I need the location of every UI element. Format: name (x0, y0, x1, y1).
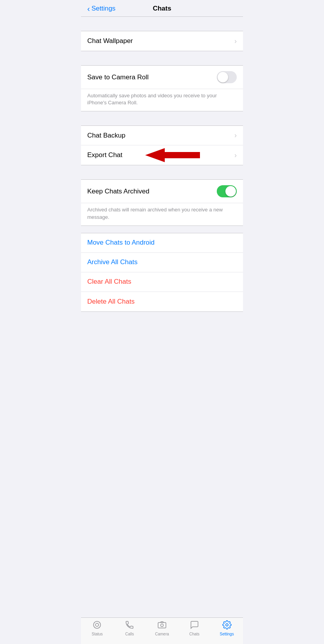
spacer-3 (81, 111, 243, 125)
red-arrow-icon (145, 147, 200, 163)
spacer-1 (81, 17, 243, 31)
camera-roll-description: Automatically save photos and videos you… (81, 89, 243, 111)
clear-all-chats-row[interactable]: Clear All Chats (81, 272, 243, 292)
keep-archived-toggle[interactable] (217, 185, 237, 197)
export-chat-label: Export Chat (87, 151, 122, 159)
keep-archived-row: Keep Chats Archived (81, 180, 243, 203)
delete-all-chats-row[interactable]: Delete All Chats (81, 292, 243, 311)
chat-wallpaper-row[interactable]: Chat Wallpaper › (81, 31, 243, 51)
spacer-4 (81, 165, 243, 179)
archive-all-chats-label: Archive All Chats (87, 258, 138, 266)
camera-roll-row: Save to Camera Roll (81, 66, 243, 89)
back-button[interactable]: ‹ Settings (87, 4, 115, 13)
back-label: Settings (92, 5, 115, 13)
page-title: Chats (153, 5, 171, 13)
camera-roll-toggle[interactable] (217, 71, 237, 83)
keep-archived-label: Keep Chats Archived (87, 188, 149, 195)
keep-archived-group: Keep Chats Archived Archived chats will … (81, 179, 243, 225)
svg-marker-0 (145, 148, 200, 162)
chat-backup-chevron-icon: › (234, 131, 237, 140)
clear-all-chats-label: Clear All Chats (87, 278, 131, 286)
archive-all-chats-row[interactable]: Archive All Chats (81, 253, 243, 272)
camera-roll-group: Save to Camera Roll Automatically save p… (81, 65, 243, 111)
toggle-knob (218, 72, 228, 82)
actions-group: Move Chats to Android Archive All Chats … (81, 233, 243, 312)
navigation-bar: ‹ Settings Chats (81, 0, 243, 17)
backup-export-group: Chat Backup › Export Chat › (81, 125, 243, 165)
chat-backup-row[interactable]: Chat Backup › (81, 126, 243, 145)
export-chat-chevron-icon: › (234, 151, 237, 159)
spacer-2 (81, 51, 243, 65)
page-content: Chat Wallpaper › Save to Camera Roll Aut… (81, 17, 243, 347)
chat-wallpaper-group: Chat Wallpaper › (81, 31, 243, 51)
chat-wallpaper-chevron-icon: › (234, 37, 237, 45)
camera-roll-label: Save to Camera Roll (87, 73, 149, 81)
chat-wallpaper-label: Chat Wallpaper (87, 37, 133, 45)
move-chats-android-label: Move Chats to Android (87, 239, 155, 247)
delete-all-chats-label: Delete All Chats (87, 298, 135, 306)
move-chats-android-row[interactable]: Move Chats to Android (81, 233, 243, 253)
keep-archived-description: Archived chats will remain archived when… (81, 203, 243, 225)
back-chevron-icon: ‹ (87, 4, 90, 13)
export-chat-row[interactable]: Export Chat › (81, 145, 243, 165)
chat-backup-label: Chat Backup (87, 132, 125, 140)
keep-archived-toggle-knob (225, 186, 236, 197)
